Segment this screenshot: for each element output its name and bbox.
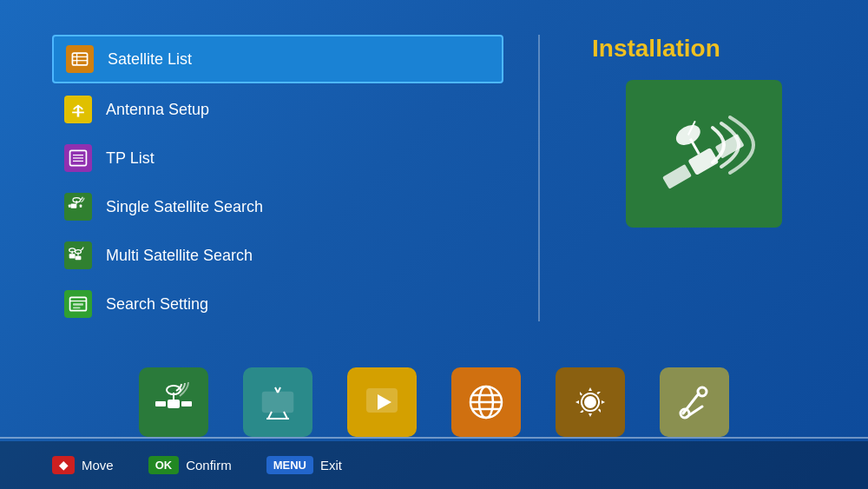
svg-rect-33 [181, 401, 192, 406]
svg-rect-31 [168, 400, 180, 408]
move-control: ◆ Move [52, 456, 114, 474]
svg-rect-26 [662, 164, 692, 189]
icon-settings[interactable] [556, 367, 625, 437]
svg-rect-11 [69, 204, 71, 207]
svg-point-29 [673, 121, 704, 149]
move-label: Move [82, 458, 114, 472]
menu-item-label-multi-satellite-search: Multi Satellite Search [106, 247, 253, 265]
media-icon [360, 380, 404, 424]
tools-icon [673, 380, 716, 424]
horizontal-line [0, 437, 868, 439]
menu-control: MENU Exit [266, 456, 342, 474]
menu-item-label-tp-list: TP List [106, 149, 155, 168]
svg-point-51 [698, 387, 707, 396]
icon-tv[interactable] [243, 367, 312, 437]
status-bar: ◆ Move OK Confirm MENU Exit [0, 441, 868, 489]
right-panel: Installation [575, 26, 816, 330]
menu-panel: Satellite List Antenna Setup TP List Sin… [52, 26, 503, 330]
satellite-icon [152, 380, 195, 424]
search-setting-icon [64, 290, 92, 318]
satellite-icon-box [626, 80, 782, 228]
gear-icon [569, 380, 612, 424]
menu-item-tp-list[interactable]: TP List [52, 135, 503, 181]
menu-item-label-search-setting: Search Setting [106, 295, 208, 314]
svg-rect-16 [76, 256, 82, 260]
ok-badge: OK [148, 456, 180, 474]
globe-icon [464, 380, 508, 424]
menu-item-antenna-setup[interactable]: Antenna Setup [52, 87, 503, 132]
menu-item-single-satellite-search[interactable]: Single Satellite Search [52, 184, 503, 229]
svg-point-20 [76, 250, 82, 254]
vertical-divider [538, 35, 540, 321]
menu-item-label-single-satellite-search: Single Satellite Search [106, 198, 263, 216]
confirm-label: Confirm [186, 458, 232, 472]
menu-item-multi-satellite-search[interactable]: Multi Satellite Search [52, 233, 503, 278]
svg-point-18 [69, 248, 76, 252]
svg-rect-10 [70, 204, 76, 208]
exit-label: Exit [320, 458, 342, 472]
svg-rect-12 [80, 204, 82, 207]
satellite-list-icon [66, 45, 94, 73]
satellite-illustration [643, 93, 765, 215]
antenna-icon [64, 96, 92, 123]
svg-rect-36 [263, 393, 293, 412]
ok-control: OK Confirm [148, 456, 232, 474]
svg-rect-15 [69, 254, 76, 258]
svg-point-49 [584, 396, 596, 408]
menu-item-label-antenna-setup: Antenna Setup [106, 101, 209, 119]
icon-satellite[interactable] [139, 367, 208, 437]
multi-search-icon [64, 241, 92, 269]
svg-point-53 [681, 409, 689, 418]
single-search-icon [64, 193, 92, 221]
icon-internet[interactable] [451, 367, 521, 437]
bottom-icons-bar [0, 367, 868, 437]
svg-rect-0 [72, 53, 87, 65]
menu-item-label-satellite-list: Satellite List [108, 50, 192, 69]
tv-icon [256, 380, 299, 424]
menu-badge: MENU [266, 456, 313, 474]
icon-tools[interactable] [660, 367, 729, 437]
svg-rect-23 [73, 303, 83, 306]
menu-item-satellite-list[interactable]: Satellite List [52, 35, 503, 83]
menu-item-search-setting[interactable]: Search Setting [52, 281, 503, 327]
svg-rect-24 [73, 307, 81, 308]
tp-list-icon [64, 144, 92, 172]
svg-rect-32 [155, 401, 166, 406]
move-badge: ◆ [52, 456, 75, 474]
icon-media[interactable] [347, 367, 417, 437]
page-title: Installation [592, 35, 720, 63]
